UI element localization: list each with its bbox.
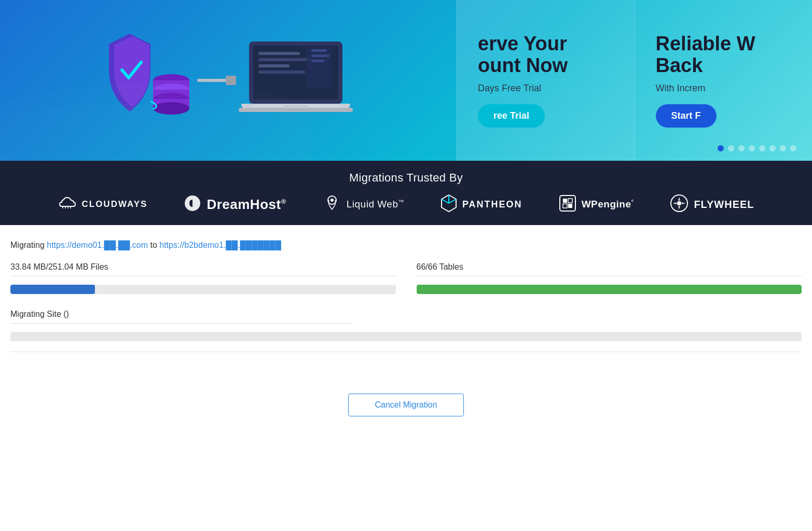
carousel-dot-4[interactable]	[749, 145, 755, 151]
migration-section: Migrating https://demo01.██.██.com to ht…	[0, 225, 812, 373]
tables-divider	[417, 276, 802, 276]
svg-rect-21	[311, 60, 324, 62]
progress-row: 33.84 MB/251.04 MB Files 66/66 Tables	[10, 262, 802, 294]
files-progress-fill	[10, 285, 95, 294]
hero-panel-2: Reliable W Back With Increm Start F	[635, 0, 813, 161]
flywheel-logo: FLYWHEEL	[670, 194, 754, 215]
site-progress-bar	[10, 332, 802, 341]
panel1-title-line2: ount Now	[478, 54, 568, 76]
svg-point-30	[331, 199, 334, 202]
migrating-text: Migrating	[10, 241, 45, 249]
trusted-logos: CLOUDWAYS DreamHost® Liquid Web™	[58, 194, 754, 215]
dreamhost-label: DreamHost®	[207, 197, 286, 213]
carousel-dot-2[interactable]	[728, 145, 734, 151]
cloudways-logo: CLOUDWAYS	[58, 196, 147, 213]
dreamhost-icon	[184, 194, 201, 214]
files-divider	[10, 276, 396, 276]
section-divider	[10, 352, 802, 352]
hero-illustration-area	[0, 0, 457, 161]
tables-progress-bar	[417, 285, 802, 294]
carousel-dot-6[interactable]	[769, 145, 776, 151]
cloudways-label: CLOUDWAYS	[81, 199, 147, 209]
migrating-site-section: Migrating Site ()	[10, 310, 802, 341]
trusted-bar: Migrations Trusted By CLOUDWAYS	[0, 161, 812, 225]
migrating-url-line: Migrating https://demo01.██.██.com to ht…	[10, 241, 802, 250]
svg-rect-35	[563, 204, 567, 208]
panel1-title: erve Your ount Now	[478, 33, 614, 77]
hero-banner: erve Your ount Now Days Free Trial ree T…	[0, 0, 812, 161]
pantheon-logo: PANTHEON	[441, 194, 522, 215]
svg-point-38	[677, 201, 681, 205]
dreamhost-logo: DreamHost®	[184, 194, 286, 214]
liquidweb-logo: Liquid Web™	[323, 194, 404, 215]
panel2-title-line1: Reliable W	[656, 33, 755, 54]
svg-rect-32	[560, 195, 575, 211]
carousel-dot-3[interactable]	[738, 145, 745, 151]
liquidweb-icon	[323, 194, 341, 215]
svg-rect-33	[563, 199, 567, 203]
pantheon-icon	[441, 194, 457, 215]
panel2-title: Reliable W Back	[656, 33, 792, 77]
files-progress-bar	[10, 285, 396, 294]
cancel-migration-button[interactable]: Cancel Migration	[348, 394, 463, 416]
to-text: to	[150, 241, 157, 249]
hero-wave-decoration	[0, 0, 311, 161]
carousel-dots	[718, 145, 796, 151]
free-trial-button[interactable]: ree Trial	[478, 104, 545, 128]
start-button[interactable]: Start F	[656, 104, 717, 128]
tables-label: 66/66 Tables	[417, 262, 802, 272]
cloudways-icon	[58, 196, 76, 213]
wpengine-icon	[559, 194, 576, 214]
carousel-dot-1[interactable]	[718, 145, 724, 151]
wpengine-logo: WPengine°	[559, 194, 634, 214]
trusted-title: Migrations Trusted By	[349, 171, 463, 185]
source-url-link[interactable]: https://demo01.██.██.com	[47, 241, 150, 249]
panel2-title-line2: Back	[656, 54, 703, 76]
tables-progress-fill	[417, 285, 802, 294]
wpengine-label: WPengine°	[582, 199, 634, 210]
hero-panel-1: erve Your ount Now Days Free Trial ree T…	[457, 0, 635, 161]
panel2-subtitle: With Increm	[656, 83, 792, 94]
flywheel-label: FLYWHEEL	[694, 199, 754, 211]
site-divider	[10, 323, 353, 324]
dest-url-link[interactable]: https://b2bdemo1.██.███████	[159, 241, 281, 249]
migrating-site-label: Migrating Site ()	[10, 310, 802, 319]
tables-progress-col: 66/66 Tables	[417, 262, 802, 294]
panel1-subtitle: Days Free Trial	[478, 83, 614, 94]
pantheon-label: PANTHEON	[462, 199, 522, 210]
hero-right-panels: erve Your ount Now Days Free Trial ree T…	[457, 0, 812, 161]
files-label: 33.84 MB/251.04 MB Files	[10, 262, 396, 272]
files-progress-col: 33.84 MB/251.04 MB Files	[10, 262, 396, 294]
svg-rect-20	[311, 54, 329, 57]
carousel-dot-7[interactable]	[780, 145, 786, 151]
panel1-title-line1: erve Your	[478, 33, 567, 54]
svg-rect-34	[568, 199, 572, 203]
svg-rect-19	[311, 49, 327, 52]
carousel-dot-8[interactable]	[790, 145, 796, 151]
carousel-dot-5[interactable]	[759, 145, 765, 151]
liquidweb-label: Liquid Web™	[347, 199, 404, 210]
svg-point-23	[0, 104, 311, 161]
svg-rect-36	[568, 204, 572, 208]
cancel-section: Cancel Migration	[0, 373, 812, 432]
flywheel-icon	[670, 194, 689, 215]
